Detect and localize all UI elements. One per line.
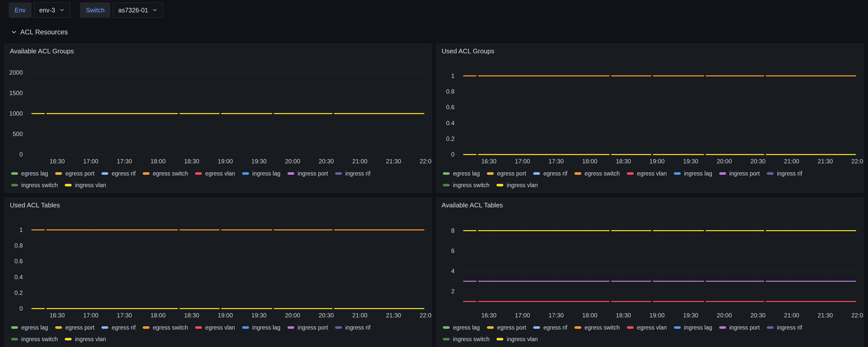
env-variable-select[interactable]: env-3 — [34, 3, 70, 18]
panel-title[interactable]: Available ACL Groups — [10, 47, 74, 55]
x-axis-tick-label: 20:00 — [285, 158, 300, 165]
gridline — [623, 69, 624, 155]
legend-item-egress-vlan[interactable]: egress vlan — [195, 170, 235, 177]
variables-bar: Env env-3 Switch as7326-01 — [9, 3, 868, 18]
legend-row: ingress switchingress vlan — [11, 179, 429, 191]
gridline — [225, 69, 225, 155]
series-line-egress-vlan — [766, 301, 856, 302]
legend-item-ingress-port[interactable]: ingress port — [719, 170, 760, 177]
y-axis-tick-label: 0 — [436, 151, 455, 158]
gridline — [724, 223, 724, 309]
legend-color-swatch — [487, 326, 494, 329]
legend-color-swatch — [487, 172, 494, 175]
y-axis-tick-label: 2 — [436, 288, 455, 295]
env-variable-group: Env env-3 — [9, 3, 70, 18]
legend-item-egress-vlan[interactable]: egress vlan — [627, 170, 667, 177]
panel-available-acl-groups: Available ACL Groups200015001000500016:3… — [4, 43, 432, 193]
series-line-ingress-vlan — [46, 308, 178, 309]
legend-item-egress-lag[interactable]: egress lag — [11, 324, 48, 331]
legend-item-egress-lag[interactable]: egress lag — [11, 170, 48, 177]
legend-color-swatch — [443, 172, 450, 175]
series-line-egress-switch — [478, 75, 610, 76]
gridline — [26, 246, 427, 246]
legend-item-ingress-port[interactable]: ingress port — [719, 324, 760, 331]
panel-title[interactable]: Available ACL Tables — [442, 201, 503, 209]
legend-item-ingress-rif[interactable]: ingress rif — [767, 170, 802, 177]
legend-label: ingress switch — [453, 336, 489, 343]
x-axis-tick-label: 18:00 — [150, 158, 165, 165]
gridline — [394, 223, 394, 309]
legend-item-egress-switch[interactable]: egress switch — [143, 170, 188, 177]
legend-item-egress-port[interactable]: egress port — [487, 324, 526, 331]
legend-label: ingress vlan — [507, 182, 538, 189]
legend-color-swatch — [719, 326, 726, 329]
legend-item-ingress-port[interactable]: ingress port — [287, 324, 328, 331]
gridline — [458, 291, 859, 292]
legend-item-egress-lag[interactable]: egress lag — [443, 324, 480, 331]
series-line-ingress-vlan — [274, 113, 333, 114]
legend-item-egress-port[interactable]: egress port — [55, 170, 94, 177]
x-axis-tick-label: 19:30 — [683, 158, 698, 165]
legend-item-ingress-switch[interactable]: ingress switch — [443, 336, 489, 343]
x-axis-tick-label: 21:30 — [818, 158, 833, 165]
panel-used-acl-groups: Used ACL Groups10.80.60.40.2016:3017:001… — [436, 43, 864, 193]
legend-color-swatch — [443, 338, 450, 340]
legend-item-ingress-lag[interactable]: ingress lag — [674, 170, 712, 177]
legend-item-egress-vlan[interactable]: egress vlan — [195, 324, 235, 331]
series-line-ingress-vlan — [179, 113, 220, 114]
switch-variable-select[interactable]: as7326-01 — [113, 3, 163, 18]
gridline — [26, 72, 427, 73]
switch-variable-label: Switch — [80, 3, 111, 18]
legend-item-ingress-vlan[interactable]: ingress vlan — [65, 182, 106, 189]
legend-label: egress vlan — [637, 170, 667, 177]
gridline — [225, 223, 225, 309]
gridline — [523, 223, 523, 309]
legend-item-egress-switch[interactable]: egress switch — [143, 324, 188, 331]
gridline — [292, 69, 293, 155]
legend-label: ingress port — [298, 170, 328, 177]
chart-legend: egress lagegress portegress rifegress sw… — [443, 168, 861, 191]
legend-item-ingress-port[interactable]: ingress port — [287, 170, 328, 177]
legend-item-ingress-rif[interactable]: ingress rif — [335, 324, 370, 331]
legend-item-egress-vlan[interactable]: egress vlan — [627, 324, 667, 331]
legend-item-egress-rif[interactable]: egress rif — [101, 324, 136, 331]
series-line-ingress-vlan — [463, 230, 476, 231]
legend-item-egress-rif[interactable]: egress rif — [533, 324, 567, 331]
legend-row: ingress switchingress vlan — [443, 179, 861, 191]
legend-item-ingress-rif[interactable]: ingress rif — [767, 324, 802, 331]
row-header-acl-resources[interactable]: ACL Resources — [11, 27, 868, 37]
legend-item-ingress-switch[interactable]: ingress switch — [11, 182, 58, 189]
panel-title[interactable]: Used ACL Tables — [10, 201, 60, 209]
legend-item-ingress-vlan[interactable]: ingress vlan — [65, 336, 106, 343]
legend-label: egress lag — [453, 170, 480, 177]
x-axis-tick-label: 19:00 — [649, 312, 664, 319]
legend-item-ingress-vlan[interactable]: ingress vlan — [497, 336, 538, 343]
gridline — [458, 107, 859, 107]
legend-item-ingress-switch[interactable]: ingress switch — [443, 182, 489, 189]
x-axis-tick-label: 20:30 — [319, 158, 334, 165]
legend-color-swatch — [101, 326, 108, 329]
panel-title[interactable]: Used ACL Groups — [442, 47, 494, 55]
legend-item-egress-rif[interactable]: egress rif — [533, 170, 567, 177]
y-axis-tick-label: 8 — [436, 227, 455, 234]
legend-color-swatch — [575, 326, 581, 329]
legend-label: ingress vlan — [75, 336, 106, 343]
legend-item-egress-switch[interactable]: egress switch — [575, 170, 620, 177]
legend-label: egress lag — [21, 170, 48, 177]
series-line-egress-switch — [221, 229, 272, 230]
legend-item-ingress-switch[interactable]: ingress switch — [11, 336, 58, 343]
x-axis-tick-label: 18:30 — [616, 312, 631, 319]
legend-item-ingress-vlan[interactable]: ingress vlan — [497, 182, 538, 189]
row-title: ACL Resources — [20, 28, 68, 36]
legend-item-egress-port[interactable]: egress port — [487, 170, 526, 177]
legend-item-ingress-lag[interactable]: ingress lag — [242, 324, 280, 331]
legend-item-egress-rif[interactable]: egress rif — [101, 170, 136, 177]
legend-item-egress-port[interactable]: egress port — [55, 324, 94, 331]
legend-item-ingress-lag[interactable]: ingress lag — [242, 170, 280, 177]
series-line-egress-vlan — [463, 301, 476, 302]
legend-item-egress-lag[interactable]: egress lag — [443, 170, 480, 177]
legend-label: egress lag — [453, 324, 480, 331]
legend-item-ingress-lag[interactable]: ingress lag — [674, 324, 712, 331]
legend-item-ingress-rif[interactable]: ingress rif — [335, 170, 370, 177]
legend-item-egress-switch[interactable]: egress switch — [575, 324, 620, 331]
